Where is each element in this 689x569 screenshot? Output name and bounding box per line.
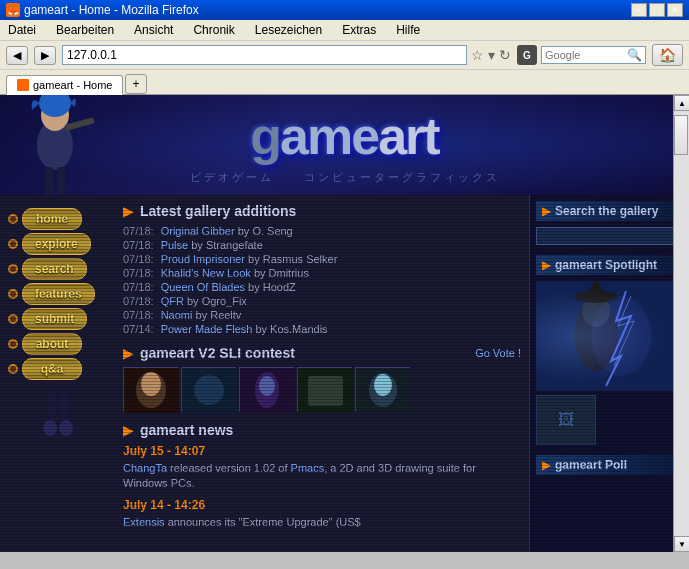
forward-button[interactable]: ▶ (34, 46, 56, 65)
svg-point-26 (574, 291, 618, 303)
contest-image-2[interactable] (181, 367, 236, 412)
contest-image-4[interactable] (297, 367, 352, 412)
gallery-link[interactable]: Original Gibber (161, 225, 235, 237)
news-entry-2: Extensis announces its "Extreme Upgrade"… (123, 515, 521, 530)
tabs-bar: gameart - Home + (0, 70, 689, 95)
nav-pill-about[interactable]: about (22, 333, 82, 355)
window-controls[interactable]: ─ □ ✕ (631, 3, 683, 17)
scrollbar: ▲ ▼ (673, 95, 689, 552)
menu-lesezeichen[interactable]: Lesezeichen (251, 22, 326, 38)
gallery-link[interactable]: Power Made Flesh (161, 323, 253, 335)
title-bar-left: 🦊 gameart - Home - Mozilla Firefox (6, 3, 199, 17)
tab-gameart-home[interactable]: gameart - Home (6, 75, 123, 95)
browser-search-input[interactable] (545, 49, 625, 61)
news-link-changta[interactable]: ChangTa (123, 462, 167, 474)
address-bar: ☆ ▾ ↻ (62, 45, 511, 65)
rs-search-arrow-icon: ▶ (542, 204, 551, 218)
sidebar-nav: home explore search features (0, 195, 115, 552)
news-link-extensis[interactable]: Extensis (123, 516, 165, 528)
contest-header: ▶ gameart V2 SLI contest Go Vote ! (123, 345, 521, 361)
gallery-list: 07/18: Original Gibber by O. Seng 07/18:… (123, 225, 521, 335)
bookmark-star-icon[interactable]: ☆ (471, 47, 484, 63)
gallery-search-input[interactable] (536, 227, 684, 245)
nav-features[interactable]: features (8, 283, 107, 305)
maximize-button[interactable]: □ (649, 3, 665, 17)
new-tab-button[interactable]: + (125, 74, 146, 94)
nav-submit[interactable]: submit (8, 308, 107, 330)
nav-circle-qa (8, 364, 18, 374)
scroll-up-button[interactable]: ▲ (674, 95, 689, 111)
nav-explore[interactable]: explore (8, 233, 107, 255)
svg-point-22 (374, 374, 392, 396)
browser-window: 🦊 gameart - Home - Mozilla Firefox ─ □ ✕… (0, 0, 689, 552)
news-link-pmacs[interactable]: Pmacs (291, 462, 325, 474)
menu-hilfe[interactable]: Hilfe (392, 22, 424, 38)
nav-pill-explore[interactable]: explore (22, 233, 91, 255)
nav-home[interactable]: home (8, 208, 107, 230)
nav-circle-home (8, 214, 18, 224)
rs-poll-header: ▶ gameart Poll (536, 455, 683, 475)
minimize-button[interactable]: ─ (631, 3, 647, 17)
svg-rect-3 (64, 117, 95, 131)
google-icon: G (517, 45, 537, 65)
close-button[interactable]: ✕ (667, 3, 683, 17)
scroll-thumb[interactable] (674, 115, 688, 155)
site-body: gameart ビデオゲーム コンピューターグラフィックス home (0, 95, 689, 552)
contest-image-3[interactable] (239, 367, 294, 412)
menu-datei[interactable]: Datei (4, 22, 40, 38)
search-icon[interactable]: 🔍 (627, 48, 642, 62)
gallery-arrow-icon: ▶ (123, 203, 134, 219)
gallery-link[interactable]: Proud Imprisoner (161, 253, 245, 265)
site-logo: gameart (190, 106, 500, 166)
svg-point-24 (574, 301, 618, 371)
reload-button[interactable]: ↻ (499, 47, 511, 63)
gallery-link[interactable]: Khalid's New Look (161, 267, 251, 279)
news-section-header: ▶ gameart news (123, 422, 521, 438)
nav-pill-home[interactable]: home (22, 208, 82, 230)
small-preview-image[interactable]: 🖼 (536, 395, 596, 445)
nav-about[interactable]: about (8, 333, 107, 355)
logo-art: art (378, 107, 438, 165)
gallery-search-bar: Go (536, 227, 683, 245)
bookmark-down-icon[interactable]: ▾ (488, 47, 495, 63)
nav-pill-qa[interactable]: q&a (22, 358, 82, 380)
nav-pill-submit[interactable]: submit (22, 308, 87, 330)
go-vote-link[interactable]: Go Vote ! (475, 347, 521, 359)
spotlight-image[interactable] (536, 281, 676, 391)
list-item: 07/18: Proud Imprisoner by Rasmus Selker (123, 253, 521, 265)
svg-rect-7 (60, 390, 68, 425)
menu-chronik[interactable]: Chronik (189, 22, 238, 38)
contest-image-1[interactable] (123, 367, 178, 412)
address-input[interactable] (62, 45, 467, 65)
home-button[interactable]: 🏠 (652, 44, 683, 66)
subtitle-jp2: コンピューターグラフィックス (304, 170, 500, 185)
gallery-link[interactable]: Queen Of Blades (161, 281, 245, 293)
rs-spotlight-arrow-icon: ▶ (542, 258, 551, 272)
nav-circle-submit (8, 314, 18, 324)
menu-bearbeiten[interactable]: Bearbeiten (52, 22, 118, 38)
back-button[interactable]: ◀ (6, 46, 28, 65)
list-item: 07/18: Pulse by Strangefate (123, 239, 521, 251)
list-item: 07/18: Khalid's New Look by Dmitrius (123, 267, 521, 279)
scroll-down-button[interactable]: ▼ (674, 536, 689, 552)
contest-image-5[interactable] (355, 367, 410, 412)
nav-qa[interactable]: q&a (8, 358, 107, 380)
right-sidebar: ▶ Search the gallery Go ▶ gameart Spotli… (529, 195, 689, 552)
menu-extras[interactable]: Extras (338, 22, 380, 38)
logo-ame: ame (280, 107, 378, 165)
logo-g: g (250, 107, 280, 165)
preview-icon: 🖼 (558, 411, 574, 429)
gallery-link[interactable]: QFR (161, 295, 184, 307)
gallery-link[interactable]: Pulse (161, 239, 189, 251)
tab-favicon (17, 79, 29, 91)
news-section: ▶ gameart news July 15 - 14:07 ChangTa r… (123, 422, 521, 530)
nav-pill-features[interactable]: features (22, 283, 95, 305)
svg-point-14 (194, 375, 224, 405)
gallery-link[interactable]: Naomi (161, 309, 193, 321)
rs-search-section: ▶ Search the gallery Go (536, 201, 683, 245)
tab-label: gameart - Home (33, 79, 112, 91)
nav-search[interactable]: search (8, 258, 107, 280)
rs-spotlight-title: gameart Spotlight (555, 258, 657, 272)
menu-ansicht[interactable]: Ansicht (130, 22, 177, 38)
nav-pill-search[interactable]: search (22, 258, 87, 280)
